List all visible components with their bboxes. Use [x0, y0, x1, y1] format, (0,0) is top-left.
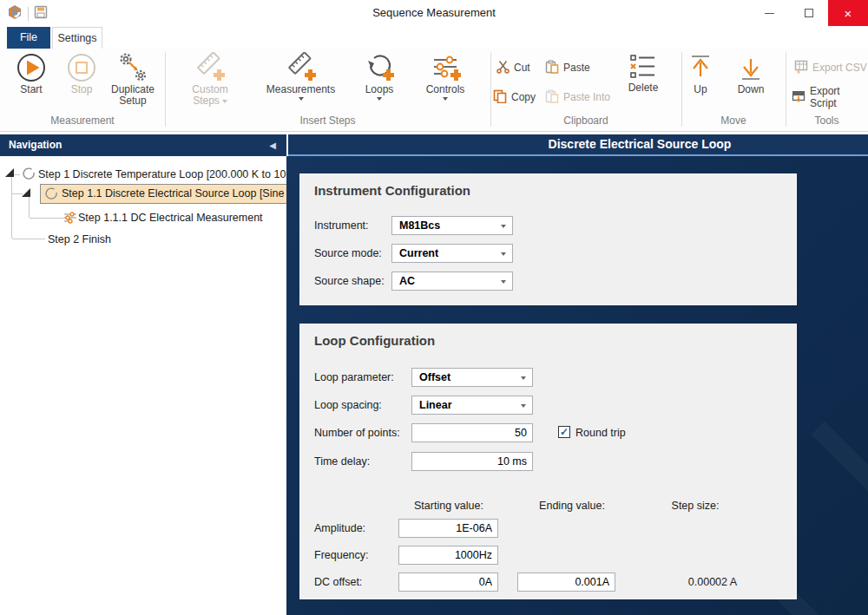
cut-button[interactable]: Cut: [496, 59, 530, 76]
content-header: Discrete Electrical Source Loop: [288, 134, 868, 156]
source-shape-select[interactable]: AC: [391, 272, 513, 291]
stop-button[interactable]: Stop: [62, 52, 101, 95]
loop-spacing-select[interactable]: Linear: [411, 396, 533, 415]
duplicate-setup-button[interactable]: Duplicate Setup: [104, 52, 161, 107]
number-of-points-input[interactable]: [411, 423, 533, 442]
group-label-move: Move: [681, 113, 786, 130]
round-trip-checkbox[interactable]: ✓: [558, 426, 570, 438]
maximize-icon: [805, 9, 813, 17]
export-script-button[interactable]: Export Script: [792, 88, 868, 106]
controls-icon: [418, 52, 473, 83]
measurements-icon: [260, 52, 342, 83]
measurements-label: Measurements: [266, 83, 335, 95]
paste-icon: [545, 60, 559, 76]
dc-offset-label: DC offset:: [314, 576, 362, 588]
dc-offset-step-size: 0.00002 A: [643, 576, 782, 588]
tree-line: [11, 174, 12, 239]
expander-icon[interactable]: [5, 168, 14, 177]
frequency-label: Frequency:: [314, 549, 369, 561]
dc-offset-start-input[interactable]: [398, 572, 498, 592]
play-icon: [12, 52, 50, 83]
amplitude-start-input[interactable]: [398, 519, 498, 538]
duplicate-setup-label: Duplicate Setup: [111, 83, 155, 107]
delete-icon: [619, 52, 667, 82]
copy-button[interactable]: Copy: [493, 88, 536, 106]
amplitude-label: Amplitude:: [314, 522, 365, 534]
group-label-insert-steps: Insert Steps: [165, 113, 490, 130]
instrument-select[interactable]: M81Bcs: [391, 216, 513, 235]
measurement-sliders-icon: [63, 211, 77, 228]
round-trip-label: Round trip: [575, 427, 626, 439]
minimize-icon: [765, 13, 774, 14]
up-button[interactable]: Up: [683, 52, 718, 95]
cut-label: Cut: [514, 62, 530, 74]
measurements-button[interactable]: Measurements: [260, 52, 342, 101]
custom-steps-button[interactable]: Custom Steps: [180, 52, 240, 107]
tab-settings[interactable]: Settings: [52, 27, 102, 49]
group-label-measurement: Measurement: [0, 113, 165, 130]
source-shape-label: Source shape:: [314, 275, 385, 287]
maximize-button[interactable]: [789, 0, 828, 26]
tab-file[interactable]: File: [7, 27, 50, 49]
controls-button[interactable]: Controls: [418, 52, 473, 101]
chevron-down-icon: [501, 225, 506, 228]
down-button[interactable]: Down: [733, 52, 768, 95]
down-label: Down: [738, 83, 765, 95]
tree-item-step1-1-selected[interactable]: Step 1.1 Discrete Electrical Source Loop…: [40, 184, 286, 204]
instrument-label: Instrument:: [314, 219, 369, 232]
export-csv-button[interactable]: Export CSV: [794, 59, 867, 76]
tree-item-step1-1-1[interactable]: Step 1.1.1 DC Electrical Measurement: [78, 208, 286, 227]
frequency-start-input[interactable]: [398, 546, 498, 565]
copy-label: Copy: [511, 91, 536, 103]
loop-icon: [23, 167, 36, 185]
tree-line: [30, 218, 64, 219]
chevron-down-icon: [501, 252, 506, 256]
instrument-value: M81Bcs: [399, 219, 440, 232]
time-delay-input[interactable]: [411, 452, 533, 471]
checkmark-icon: ✓: [560, 426, 569, 438]
window-title: Sequence Measurement: [0, 0, 868, 26]
expander-icon[interactable]: [22, 188, 30, 197]
export-csv-label: Export CSV: [812, 62, 867, 74]
source-mode-select[interactable]: Current: [391, 244, 513, 263]
collapse-panel-icon[interactable]: ◀: [269, 134, 276, 156]
loop-parameter-select[interactable]: Offset: [411, 368, 533, 387]
starting-value-header: Starting value:: [397, 500, 501, 512]
minimize-button[interactable]: [750, 0, 789, 26]
loop-parameter-value: Offset: [419, 371, 450, 383]
start-label: Start: [20, 83, 42, 95]
start-button[interactable]: Start: [12, 52, 50, 95]
loop-configuration-card: Loop Configuration Loop parameter: Offse…: [299, 324, 797, 599]
tree-item-label: Step 1.1 Discrete Electrical Source Loop…: [62, 185, 286, 203]
chevron-down-icon: [521, 404, 526, 408]
up-arrow-icon: [683, 52, 718, 83]
tree-item-step2[interactable]: Step 2 Finish: [48, 230, 256, 249]
source-mode-label: Source mode:: [314, 247, 382, 259]
cut-icon: [496, 60, 510, 76]
chevron-down-icon: [299, 97, 304, 101]
up-label: Up: [694, 83, 707, 95]
chevron-down-icon: [222, 100, 227, 103]
copy-icon: [493, 89, 507, 106]
paste-button[interactable]: Paste: [545, 59, 590, 76]
tree-item-step1[interactable]: Step 1 Discrete Temperature Loop [200.00…: [38, 165, 286, 184]
close-icon: ×: [845, 6, 852, 21]
navigation-title: Navigation: [9, 139, 62, 151]
stop-icon: [62, 52, 101, 83]
app-window: Sequence Measurement × File Settings Sta…: [0, 0, 868, 615]
paste-into-button[interactable]: Paste Into: [545, 88, 610, 106]
loops-button[interactable]: Loops: [353, 52, 405, 101]
loop-spacing-label: Loop spacing:: [314, 399, 382, 411]
ending-value-header: Ending value:: [520, 500, 624, 512]
paste-label: Paste: [563, 62, 590, 74]
chevron-down-icon: [443, 97, 448, 101]
page-title: Discrete Electrical Source Loop: [549, 137, 732, 151]
loop-spacing-value: Linear: [419, 399, 452, 411]
loop-icon: [45, 187, 59, 204]
close-button[interactable]: ×: [828, 0, 868, 26]
group-label-clipboard: Clipboard: [490, 113, 681, 130]
ribbon-tab-row: File Settings: [0, 26, 868, 49]
delete-button[interactable]: Delete: [619, 52, 667, 94]
dc-offset-end-input[interactable]: [517, 572, 615, 592]
export-csv-icon: [794, 60, 808, 76]
